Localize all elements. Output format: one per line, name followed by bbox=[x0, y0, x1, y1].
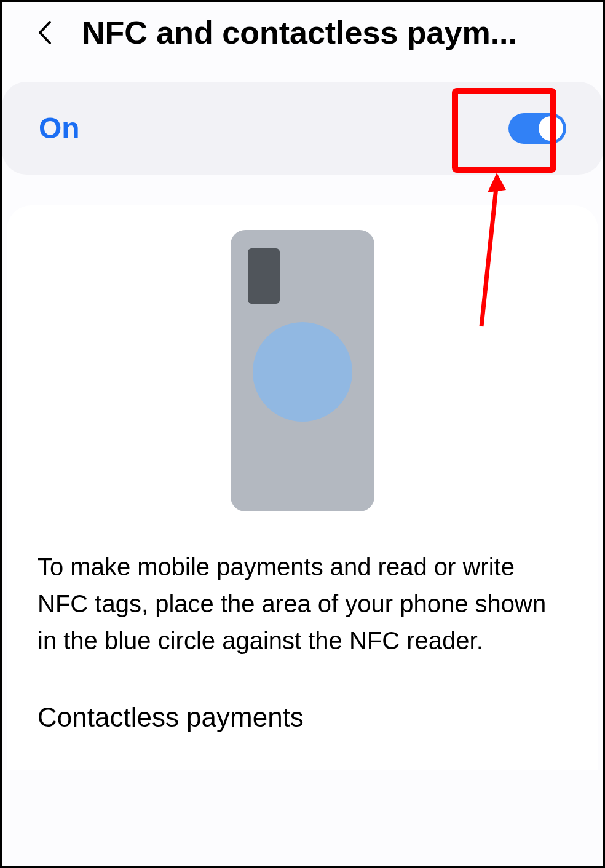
toggle-status-label: On bbox=[39, 111, 80, 145]
phone-camera-icon bbox=[248, 248, 280, 304]
nfc-toggle-switch[interactable] bbox=[508, 113, 566, 144]
back-icon[interactable] bbox=[33, 20, 57, 45]
page-title: NFC and contactless paym... bbox=[82, 14, 585, 51]
nfc-zone-icon bbox=[253, 322, 352, 422]
toggle-knob bbox=[539, 116, 563, 141]
nfc-toggle-card: On bbox=[2, 82, 603, 175]
phone-illustration bbox=[38, 224, 567, 548]
info-card: To make mobile payments and read or writ… bbox=[7, 205, 598, 770]
nfc-description: To make mobile payments and read or writ… bbox=[38, 548, 567, 702]
svg-marker-2 bbox=[488, 173, 506, 192]
phone-body-icon bbox=[231, 230, 374, 511]
header: NFC and contactless paym... bbox=[2, 2, 603, 63]
contactless-payments-item[interactable]: Contactless payments bbox=[38, 702, 567, 733]
